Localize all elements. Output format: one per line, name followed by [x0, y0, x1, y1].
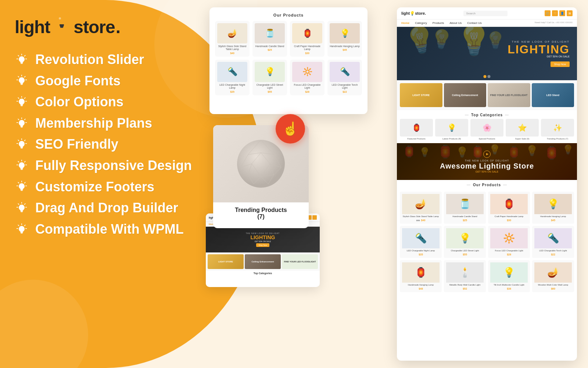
bulb-icon-4 — [15, 116, 29, 130]
svg-line-40 — [18, 119, 19, 120]
svg-rect-45 — [21, 127, 22, 127]
svg-point-91 — [237, 140, 285, 188]
menu-home[interactable]: Home — [401, 21, 409, 25]
feature-item: Revolution Slider — [15, 52, 220, 67]
carousel-dot-active — [484, 75, 487, 78]
svg-rect-25 — [20, 83, 23, 84]
category-name-trending: Trending Products (7) — [541, 138, 574, 140]
svg-rect-53 — [21, 148, 23, 148]
main-product-name: Wooden Multi Color Wall Lamp — [534, 284, 572, 287]
user-icon-btn[interactable]: 👤 — [559, 10, 565, 16]
main-product-img: 🏮 — [490, 194, 528, 214]
svg-point-42 — [19, 120, 25, 126]
main-product-img: 🪔 — [534, 262, 572, 283]
top-categories-title: Top Categories — [397, 110, 577, 119]
feature-label-drag-drop: Drag And Drop Builder — [35, 201, 178, 215]
feature-item: Compatible With WPML — [15, 222, 220, 237]
screenshot-products-title: Our Products — [215, 13, 362, 17]
logo-text-light: light — [15, 17, 50, 37]
product-name: Handmade Hanging Lamp — [330, 45, 360, 48]
menu-category[interactable]: Category — [415, 21, 427, 25]
dark-deco-9: 🏮 — [544, 145, 559, 160]
svg-point-69 — [19, 183, 25, 189]
svg-rect-36 — [21, 106, 22, 106]
touch-hand-icon: ☝️ — [282, 121, 299, 137]
category-name-featured: Featured Products — [400, 138, 433, 140]
banner-card-4: LED Stand — [532, 83, 574, 107]
svg-rect-26 — [21, 84, 23, 85]
cart-icon-btn[interactable]: 🛒 — [545, 10, 551, 16]
hero-text-block: THE NEW LOOK OF DELIGHT LIGHTING GET 50%… — [508, 40, 570, 67]
bulb-icon-9 — [15, 222, 29, 236]
main-product-img: 🔦 — [534, 228, 572, 248]
svg-rect-71 — [21, 190, 23, 191]
category-card-trending: ✨ Trending Products (7) — [541, 119, 574, 140]
compare-icon-btn[interactable]: ⊞ — [567, 10, 573, 16]
bulb-icon-3 — [15, 95, 29, 109]
feature-item: Fully Responsive Design — [15, 158, 220, 173]
dark-deco-3: 🏮 — [437, 144, 453, 159]
dark-deco-1: 🏮 — [402, 145, 416, 158]
svg-point-78 — [19, 205, 25, 210]
svg-rect-62 — [21, 169, 23, 169]
product-card: 🔆 Focus LED Chargeable Light $28 — [290, 60, 325, 95]
svg-line-13 — [18, 55, 19, 56]
feature-label-footers: Customize Footers — [35, 180, 154, 194]
bulb-icon-8 — [15, 201, 29, 215]
hero-carousel-dots — [484, 75, 491, 78]
main-product-name: Chargeable LED Street Light — [446, 250, 484, 252]
main-product-price: $55 — [446, 253, 484, 256]
category-img-featured: 🏮 — [400, 119, 433, 137]
hero-title: LIGHTING — [508, 43, 570, 55]
svg-line-29 — [25, 98, 25, 98]
svg-line-1 — [67, 13, 68, 14]
secondary-banner-2: Ceiling Enhancement — [245, 254, 281, 269]
product-card: 🔦 LED Chargeable Torch Light $22 — [327, 60, 362, 95]
svg-rect-63 — [21, 169, 22, 170]
main-product-img: 🫙 — [446, 194, 484, 214]
secondary-hero-btn[interactable]: Shop Now — [256, 243, 269, 247]
svg-point-87 — [19, 226, 25, 232]
svg-point-60 — [19, 162, 25, 168]
category-img-sale: ⭐ — [506, 119, 539, 137]
site-hero: 💡 💡 💡 💡 THE NEW LOOK OF DELIGHT LIGHTING… — [397, 27, 577, 80]
menu-about[interactable]: About Us — [449, 21, 462, 25]
main-product-name: Focus LED Chargeable Light — [490, 250, 528, 252]
feature-label-membership: Membership Plans — [35, 116, 152, 131]
menu-contact[interactable]: Contact Us — [467, 21, 482, 25]
bulb-icon-2 — [15, 74, 29, 88]
banner-card-1: LIGHT STORE — [400, 83, 442, 107]
svg-rect-16 — [20, 62, 23, 63]
dark-deco-5: 🏮 — [470, 145, 485, 159]
menu-products[interactable]: Products — [433, 21, 444, 25]
secondary-hero-sale: GET 50% ON SALE — [255, 240, 271, 243]
site-banners: LIGHT STORE Ceiling Enhancement FIND YOU… — [397, 80, 577, 110]
main-product-img: 💡 — [446, 228, 484, 248]
main-product-price: $38 — [490, 287, 528, 290]
svg-rect-61 — [20, 168, 23, 169]
main-product-price: $22 — [534, 253, 572, 256]
product-image: 🫙 — [255, 23, 285, 43]
svg-point-51 — [19, 141, 25, 147]
hero-shop-btn[interactable]: Shop Now — [551, 61, 570, 67]
main-product-card: 🔦 LED Chargeable Torch Light $22 — [532, 226, 574, 258]
svg-line-3 — [55, 13, 57, 14]
product-price: $45 — [330, 49, 360, 51]
main-product-card: 🏮 Craft Paper Handmade Lamp $30 — [488, 192, 530, 224]
main-product-price: $65$40 — [402, 219, 440, 222]
banner-text-3: FIND YOUR LED FLOODLIGHT — [489, 92, 529, 98]
product-name: Craft Paper Handmade Lamp — [292, 45, 322, 51]
product-card: 💡 Handmade Hanging Lamp $45 — [327, 21, 362, 57]
main-product-card: 💡 Chargeable LED Street Light $55 — [444, 226, 486, 258]
svg-line-49 — [18, 140, 19, 141]
svg-rect-72 — [21, 191, 22, 191]
main-product-card: 🏮 Handmade Hanging Lamp $48 — [400, 260, 442, 292]
categories-grid: 🏮 Featured Products 💡 Latest Products (8… — [397, 119, 577, 143]
main-product-price: $45 — [534, 219, 572, 222]
bulb-icon-5 — [15, 137, 29, 151]
secondary-hero-title: LIGHTING — [251, 234, 275, 240]
heart-icon-btn[interactable]: ♡ — [552, 10, 558, 16]
product-image: 🏮 — [292, 23, 322, 43]
product-name: LED Chargeable Torch Light — [330, 84, 360, 90]
svg-line-65 — [25, 183, 25, 183]
